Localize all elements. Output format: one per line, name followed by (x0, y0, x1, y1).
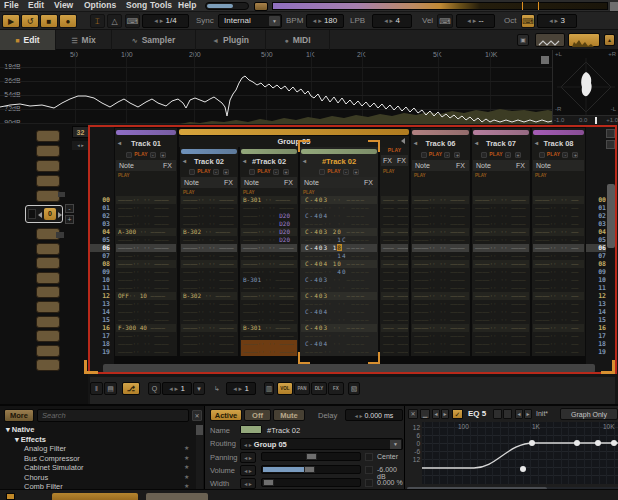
track-add-col-button[interactable]: + (454, 152, 460, 158)
pattern-cell[interactable]: ––––·· ·· –––– (181, 244, 237, 252)
pattern-cell[interactable]: ––––·· ·· –––– (412, 244, 469, 252)
tab-edit[interactable]: ■Edit (0, 30, 56, 50)
pattern-cell[interactable]: ––––·· ·· –– (533, 316, 584, 324)
pattern-cell[interactable]: ––––·· ·· –––– (412, 228, 469, 236)
pattern-cell[interactable]: ––––·· ·· –––– (116, 204, 176, 212)
track-play-label[interactable]: PLAY (429, 151, 443, 157)
pattern-cell[interactable]: ––– ––– (381, 204, 408, 212)
pattern-cell[interactable]: ––––·· ·· –––– (181, 260, 237, 268)
pattern-cell[interactable]: ––– ––– (381, 316, 408, 324)
quantize-icon[interactable]: Q (148, 382, 161, 395)
pattern-cell[interactable]: ––––·· ·· –– (533, 260, 584, 268)
track-collapse-button[interactable] (319, 169, 325, 175)
pattern-cell[interactable]: OFF·· 10 –––– (116, 292, 176, 300)
preset-next-button[interactable]: ▸ (524, 409, 532, 419)
pattern-cell[interactable]: ––– ––– (381, 292, 408, 300)
pattern-cell[interactable]: ––––·· ·· –––– (301, 316, 377, 324)
track-collapse-icon[interactable]: ◂ (183, 156, 186, 167)
pattern-cell[interactable]: ––– ––– (381, 236, 408, 244)
pattern-cell[interactable]: ––––·· ·· –––– (181, 276, 237, 284)
lane-button-2[interactable] (146, 493, 208, 500)
width-handle[interactable] (263, 479, 274, 486)
pattern-cell[interactable]: ––––·· ·· D20 (241, 228, 297, 236)
track-add-col-button[interactable]: + (515, 152, 521, 158)
routing-select[interactable]: ◂ ▸ Group 05▼ (240, 438, 403, 450)
track-collapse-icon[interactable]: ◂ (475, 138, 478, 149)
editstep-spinner[interactable]: ◂ ▸ 1 (226, 382, 256, 395)
track-add-col-button[interactable]: + (572, 152, 578, 158)
pattern-cell[interactable]: B-301 ·· –––– (241, 276, 297, 284)
track-color-swatch[interactable] (240, 425, 262, 434)
device-next-button[interactable]: ▸ (441, 409, 449, 419)
pattern-cell[interactable]: ––––·· ·· –– (533, 340, 584, 348)
panning-reset[interactable] (365, 453, 373, 461)
pattern-cell[interactable]: ––––·· ·· –– (533, 308, 584, 316)
pause-pattern-button[interactable]: ‖ (90, 382, 103, 395)
track-name[interactable]: Track 02◂ (180, 156, 238, 167)
pattern-cell[interactable]: ––––·· ·· –––– (116, 316, 176, 324)
pattern-cell[interactable]: ––––·· ·· –––– (181, 316, 237, 324)
record-button[interactable]: ● (59, 14, 77, 28)
pattern-cell[interactable]: ––––·· ·· –––– (412, 284, 469, 292)
pattern-cell[interactable]: ––––·· ·· –––– (412, 236, 469, 244)
matrix-block[interactable] (36, 272, 60, 284)
track-collapse-button[interactable] (421, 152, 427, 158)
pattern-cell[interactable]: ––––·· ·· –––– (473, 268, 529, 276)
panning-slider[interactable] (261, 452, 361, 461)
block-loop-button[interactable]: ▤ (104, 382, 117, 395)
pattern-cell[interactable]: C-403 ·· –––– (301, 196, 377, 204)
matrix-block[interactable] (36, 345, 60, 357)
pattern-cell[interactable]: ––––·· ·· –––– (301, 204, 377, 212)
menu-options[interactable]: Options (84, 0, 116, 11)
pattern-cell[interactable]: ––––·· ·· –––– (181, 340, 237, 348)
pattern-cell[interactable]: ––––·· ·· –––– (412, 220, 469, 228)
track-collapse-button[interactable] (189, 169, 195, 175)
pattern-cell[interactable]: C-403 20 –––– (301, 228, 377, 236)
pattern-cell[interactable]: ––––·· ·· –––– (412, 292, 469, 300)
matrix-block[interactable] (36, 286, 60, 298)
pattern-cell[interactable]: ––––·· ·· –––– (473, 228, 529, 236)
pattern-cell[interactable]: C-403 ·· –––– (301, 324, 377, 332)
track-add-col-button[interactable]: + (353, 169, 359, 175)
track-collapse-icon[interactable]: ◂ (303, 156, 306, 167)
pattern-cell[interactable]: ––– ––– (381, 252, 408, 260)
pattern-cell[interactable]: ––––·· ·· –––– (473, 252, 529, 260)
pattern-cell[interactable]: ––––·· ·· –––– (473, 324, 529, 332)
pattern-cell[interactable]: ––––·· ·· –––– (473, 220, 529, 228)
volume-reset[interactable] (365, 466, 373, 474)
pattern-cell[interactable]: ––––·· ·· –––– (412, 276, 469, 284)
pattern-cell[interactable]: ––––·· ·· –––– (116, 268, 176, 276)
pattern-cell[interactable]: ––––·· ·· –––– (116, 308, 176, 316)
menu-help[interactable]: Help (178, 0, 196, 11)
tab-midi[interactable]: ●MIDI (266, 30, 330, 50)
panning-spin[interactable]: ◂ ▸ (240, 452, 256, 463)
matrix-block[interactable] (36, 160, 60, 172)
oct-keyboard-button[interactable]: ⌨ (521, 14, 535, 28)
pattern-cell[interactable]: ––––·· ·· –––– (473, 284, 529, 292)
pattern-cell[interactable]: ––––·· 40 –––– (301, 268, 377, 276)
matrix-block[interactable] (36, 175, 60, 187)
track-color-bar[interactable] (473, 130, 529, 135)
pattern-cell[interactable]: ––– ––– (381, 196, 408, 204)
pattern-cell[interactable]: ––––·· ·· –––– (181, 268, 237, 276)
pattern-cell[interactable]: B-302 ·· –––– (181, 292, 237, 300)
menu-song[interactable]: Song (126, 0, 147, 11)
sequence-plus-button[interactable]: + (65, 215, 74, 224)
pattern-cell[interactable]: ––––·· ·· –––– (412, 212, 469, 220)
pattern-cell[interactable]: ––––·· ·· –––– (412, 340, 469, 348)
pattern-cell[interactable]: ––––·· ·· –––– (473, 316, 529, 324)
matrix-block[interactable] (36, 359, 60, 371)
pattern-cell[interactable]: ––––·· ·· –––– (181, 332, 237, 340)
pattern-cell[interactable]: ––––·· ·· –––– (301, 220, 377, 228)
pattern-cell[interactable]: ––––·· ·· –––– (181, 324, 237, 332)
track-add-col-button[interactable]: + (223, 169, 229, 175)
pattern-cell[interactable]: ––––·· ·· –––– (412, 332, 469, 340)
vel-keyboard-button[interactable]: ⌨ (437, 14, 453, 28)
menu-file[interactable]: File (4, 0, 19, 11)
loop-button[interactable]: ↺ (21, 14, 39, 28)
browser-scrollbar[interactable] (196, 425, 203, 435)
track-play-label[interactable]: PLAY (257, 168, 271, 174)
pattern-cell[interactable]: ––––·· ·· –––– (116, 260, 176, 268)
track-remove-col-button[interactable]: - (444, 152, 450, 158)
pattern-cell[interactable]: ––– ––– (381, 260, 408, 268)
